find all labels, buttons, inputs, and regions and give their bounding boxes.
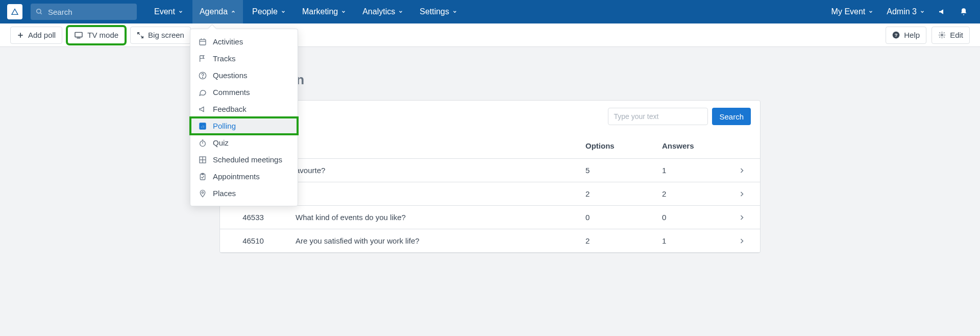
svg-rect-10	[202, 125, 203, 128]
tv-mode-button[interactable]: TV mode	[67, 27, 125, 44]
dropdown-item-label: Quiz	[213, 138, 229, 147]
chevron-right-icon	[739, 214, 745, 221]
event-switcher[interactable]: My Event	[826, 0, 879, 23]
nav-label: Analytics	[362, 7, 395, 16]
cell-options: 2	[576, 229, 653, 253]
chevron-down-icon	[398, 9, 403, 14]
svg-point-7	[202, 77, 203, 78]
chevron-up-icon	[231, 9, 236, 14]
chevron-down-icon	[868, 9, 873, 14]
global-search[interactable]	[31, 4, 137, 20]
edit-button[interactable]: Edit	[932, 27, 970, 44]
dropdown-item-label: Comments	[213, 88, 250, 97]
announcements-button[interactable]	[933, 0, 951, 23]
dropdown-item-appointments[interactable]: Appointments	[190, 168, 298, 185]
dropdown-item-tracks[interactable]: Tracks	[190, 50, 298, 67]
big-screen-button[interactable]: Big screen	[130, 27, 191, 44]
dropdown-item-comments[interactable]: Comments	[190, 84, 298, 101]
dropdown-item-label: Activities	[213, 37, 243, 46]
nav-analytics[interactable]: Analytics	[355, 0, 410, 23]
poll-list-card: Poll list Search ID Options Answers 4650…	[219, 100, 761, 253]
poll-search-input[interactable]	[608, 108, 708, 125]
chevron-right-icon	[739, 238, 745, 244]
svg-rect-2	[200, 39, 206, 45]
global-search-input[interactable]	[47, 7, 132, 17]
poll-search-button[interactable]: Search	[712, 108, 751, 125]
comment-icon	[199, 88, 207, 97]
bell-icon	[960, 8, 968, 16]
cell-arrow[interactable]	[729, 159, 760, 182]
page-title: Main Session	[219, 72, 761, 88]
button-label: TV mode	[87, 31, 118, 39]
svg-point-0	[37, 9, 41, 13]
cell-question	[286, 182, 576, 206]
svg-line-1	[40, 13, 42, 14]
dropdown-item-label: Scheduled meetings	[213, 155, 282, 164]
chevron-down-icon	[281, 9, 286, 14]
table-row[interactable]: 4653222	[220, 182, 760, 206]
cell-arrow[interactable]	[729, 206, 760, 229]
table-header-row: ID Options Answers	[220, 133, 760, 159]
cell-arrow[interactable]	[729, 229, 760, 253]
grid-icon	[199, 156, 207, 164]
svg-text:?: ?	[895, 33, 898, 38]
dropdown-item-activities[interactable]: Activities	[190, 33, 298, 50]
megaphone-icon	[199, 105, 207, 113]
dropdown-item-scheduled-meetings[interactable]: Scheduled meetings	[190, 151, 298, 168]
nav-event[interactable]: Event	[147, 0, 190, 23]
nav-people[interactable]: People	[245, 0, 293, 23]
button-label: Big screen	[148, 31, 184, 39]
col-arrow	[729, 133, 760, 159]
dropdown-item-questions[interactable]: Questions	[190, 67, 298, 84]
user-menu[interactable]: Admin 3	[881, 0, 930, 23]
app-logo[interactable]	[7, 4, 22, 19]
primary-nav: Event Agenda People Marketing Analytics …	[147, 0, 464, 23]
question-icon	[199, 71, 207, 80]
table-row[interactable]: 46533What kind of events do you like?00	[220, 206, 760, 229]
button-label: Help	[904, 31, 920, 39]
nav-label: Agenda	[200, 7, 228, 16]
chevron-down-icon	[178, 9, 183, 14]
svg-rect-11	[204, 125, 205, 128]
breadcrumb[interactable]: ACTIVITIES	[219, 61, 761, 69]
dropdown-item-polling[interactable]: Polling	[190, 117, 298, 134]
cell-options: 2	[576, 182, 653, 206]
help-icon: ?	[892, 31, 900, 39]
col-answers: Answers	[653, 133, 729, 159]
plus-icon	[17, 32, 24, 39]
col-options: Options	[576, 133, 653, 159]
tv-icon	[74, 32, 83, 39]
cell-question: Are you satisfied with your work life?	[286, 229, 576, 253]
add-poll-button[interactable]: Add poll	[10, 27, 62, 44]
nav-agenda[interactable]: Agenda	[192, 0, 243, 23]
table-row[interactable]: 46508avourte?51	[220, 159, 760, 182]
dropdown-item-places[interactable]: Places	[190, 185, 298, 202]
table-row[interactable]: 46510Are you satisfied with your work li…	[220, 229, 760, 253]
nav-marketing[interactable]: Marketing	[295, 0, 353, 23]
topbar-right: My Event Admin 3	[826, 0, 973, 23]
help-button[interactable]: ? Help	[886, 27, 926, 44]
top-navbar: Event Agenda People Marketing Analytics …	[0, 0, 980, 23]
cell-answers: 2	[653, 182, 729, 206]
cell-arrow[interactable]	[729, 182, 760, 206]
dropdown-item-label: Places	[213, 189, 236, 198]
agenda-dropdown: ActivitiesTracksQuestionsCommentsFeedbac…	[190, 29, 298, 206]
user-name: Admin 3	[887, 7, 917, 16]
chevron-right-icon	[739, 167, 745, 174]
chevron-down-icon	[341, 9, 346, 14]
dropdown-item-feedback[interactable]: Feedback	[190, 101, 298, 117]
cell-answers: 1	[653, 159, 729, 182]
chevron-down-icon	[452, 9, 457, 14]
dropdown-item-quiz[interactable]: Quiz	[190, 134, 298, 151]
poll-table: ID Options Answers 46508avourte?51465322…	[220, 133, 760, 253]
cell-answers: 0	[653, 206, 729, 229]
notifications-button[interactable]	[954, 0, 973, 23]
button-label: Add poll	[28, 31, 56, 39]
nav-settings[interactable]: Settings	[412, 0, 464, 23]
stopwatch-icon	[199, 139, 207, 147]
nav-label: Event	[154, 7, 175, 16]
dropdown-item-label: Tracks	[213, 54, 235, 63]
dropdown-item-label: Feedback	[213, 105, 247, 113]
cell-question: What kind of events do you like?	[286, 206, 576, 229]
dropdown-item-label: Polling	[213, 122, 236, 130]
